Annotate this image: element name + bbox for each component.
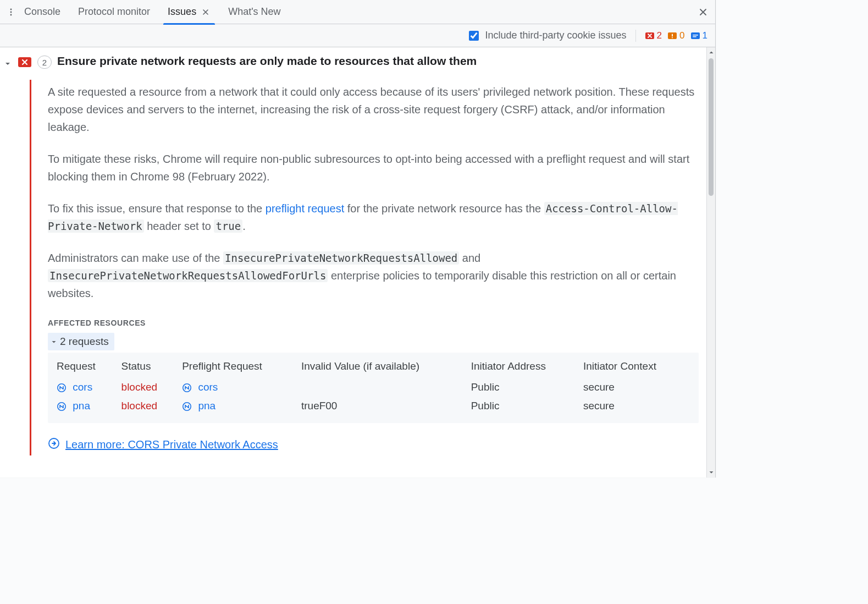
tab-label: Protocol monitor (78, 6, 150, 18)
issue-body: A site requested a resource from a netwo… (30, 80, 699, 455)
issue-row[interactable]: 2 Ensure private network requests are on… (4, 55, 699, 70)
col-initiator-ctx: Initiator Context (583, 357, 693, 378)
text-fragment: Administrators can make use of the (48, 252, 223, 264)
preflight-link: pna (198, 400, 215, 411)
learn-more-link[interactable]: Learn more: CORS Private Network Access (65, 438, 278, 451)
issue-paragraph: Administrators can make use of the Insec… (48, 249, 699, 302)
text-fragment: and (459, 252, 480, 264)
request-link: pna (73, 400, 90, 411)
text-fragment: header set to (144, 220, 214, 232)
cell-invalid: trueF00 (301, 397, 471, 415)
preflight-request-link[interactable]: preflight request (266, 202, 344, 215)
svg-point-1 (10, 11, 12, 13)
col-status: Status (121, 357, 183, 378)
col-initiator-addr: Initiator Address (471, 357, 583, 378)
errors-count: 2 (657, 30, 662, 41)
requests-table: Request Status Preflight Request Invalid… (57, 357, 693, 415)
issues-toolbar: Include third-party cookie issues 2 0 1 (0, 24, 715, 47)
include-third-party-cookies-checkbox[interactable] (469, 31, 479, 41)
svg-rect-7 (691, 32, 700, 39)
preflight-link: cors (198, 381, 218, 393)
svg-point-0 (10, 8, 12, 10)
cell-initiator-addr: Public (471, 397, 583, 415)
learn-more-row: Learn more: CORS Private Network Access (48, 437, 699, 452)
cell-initiator-addr: Public (471, 378, 583, 397)
issue-paragraph: To mitigate these risks, Chrome will req… (48, 150, 699, 185)
issues-content: 2 Ensure private network requests are on… (0, 47, 715, 477)
scroll-thumb[interactable] (709, 58, 714, 196)
caret-down-icon[interactable] (4, 58, 12, 70)
issue-title: Ensure private network requests are only… (57, 54, 477, 68)
tab-protocol-monitor[interactable]: Protocol monitor (77, 0, 151, 24)
text-fragment: To fix this issue, ensure that response … (48, 202, 266, 215)
cell-preflight[interactable]: cors (182, 378, 301, 397)
content-scroll-area: 2 Ensure private network requests are on… (0, 47, 715, 477)
col-invalid: Invalid Value (if available) (301, 357, 471, 378)
issue-paragraph: A site requested a resource from a netwo… (48, 83, 699, 136)
table-row: pna blocked pna trueF00 (57, 397, 693, 415)
col-preflight: Preflight Request (182, 357, 301, 378)
toolbar-divider (635, 30, 636, 42)
checkbox-label: Include third-party cookie issues (485, 30, 626, 41)
warnings-badge[interactable]: 0 (667, 30, 684, 41)
tab-label: Issues (168, 6, 196, 18)
network-icon (182, 383, 192, 393)
tab-issues[interactable]: Issues (167, 0, 212, 24)
svg-point-2 (10, 14, 12, 15)
text-fragment: . (242, 220, 246, 232)
scroll-up-icon[interactable] (707, 47, 715, 57)
requests-toggle-label: 2 requests (60, 336, 109, 348)
cell-request[interactable]: pna (57, 397, 121, 415)
error-icon (18, 55, 32, 69)
devtools-drawer: Console Protocol monitor Issues What's N… (0, 0, 716, 477)
code-policy-1: InsecurePrivateNetworkRequestsAllowed (223, 251, 459, 265)
tab-whats-new[interactable]: What's New (227, 0, 281, 24)
cell-status: blocked (121, 397, 183, 415)
info-badge[interactable]: 1 (690, 30, 707, 41)
tab-close-icon[interactable] (201, 7, 211, 17)
network-icon (182, 402, 192, 411)
tab-label: What's New (228, 6, 280, 18)
issue-count-pill: 2 (37, 56, 52, 69)
cell-status: blocked (121, 378, 183, 397)
include-third-party-cookies-toggle[interactable]: Include third-party cookie issues (467, 29, 626, 42)
affected-resources-label: AFFECTED RESOURCES (48, 319, 699, 327)
more-menu-icon[interactable] (3, 4, 19, 20)
scroll-down-icon[interactable] (707, 468, 715, 477)
text-fragment: for the private network resource has the (344, 202, 544, 215)
network-icon (57, 402, 67, 411)
network-icon (57, 383, 67, 393)
cell-preflight[interactable]: pna (182, 397, 301, 415)
cell-request[interactable]: cors (57, 378, 121, 397)
svg-rect-6 (672, 37, 673, 38)
request-link: cors (73, 381, 92, 393)
cell-invalid (301, 378, 471, 397)
code-header-value: true (214, 219, 242, 233)
issue-paragraph: To fix this issue, ensure that response … (48, 200, 699, 235)
svg-rect-8 (693, 35, 698, 36)
requests-table-wrap: Request Status Preflight Request Invalid… (48, 353, 699, 423)
drawer-close-icon[interactable] (695, 4, 711, 20)
code-policy-2: InsecurePrivateNetworkRequestsAllowedFor… (48, 269, 328, 282)
issue-count-badges: 2 0 1 (645, 30, 707, 41)
arrow-right-circle-icon (48, 437, 60, 452)
tab-console[interactable]: Console (23, 0, 62, 24)
cell-initiator-ctx: secure (583, 397, 693, 415)
warnings-count: 0 (679, 30, 684, 41)
requests-toggle[interactable]: 2 requests (48, 333, 114, 350)
svg-rect-9 (693, 36, 696, 37)
cell-initiator-ctx: secure (583, 378, 693, 397)
table-row: cors blocked cors Publi (57, 378, 693, 397)
svg-rect-5 (672, 34, 673, 36)
scrollbar[interactable] (706, 47, 715, 477)
table-header-row: Request Status Preflight Request Invalid… (57, 357, 693, 378)
tab-bar: Console Protocol monitor Issues What's N… (0, 0, 715, 24)
col-request: Request (57, 357, 121, 378)
caret-down-icon (51, 336, 57, 348)
tab-label: Console (24, 6, 60, 18)
info-count: 1 (703, 30, 707, 41)
tabs: Console Protocol monitor Issues What's N… (23, 0, 695, 24)
errors-badge[interactable]: 2 (645, 30, 662, 41)
